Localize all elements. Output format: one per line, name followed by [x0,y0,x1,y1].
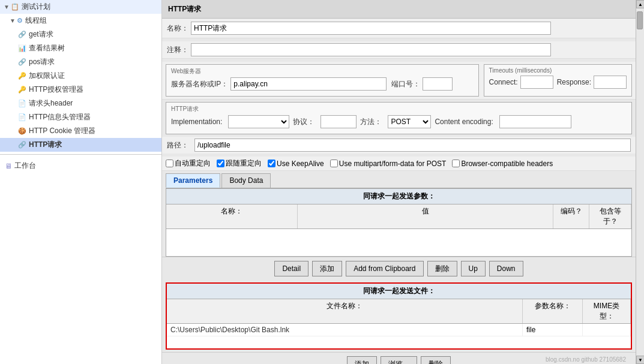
sidebar-item-label: 测试计划 [22,2,50,12]
sidebar: ▼ 📋 测试计划 ▼ ⚙ 线程组 🔗 get请求 📊 查看结果树 🔗 pos请求… [0,0,162,364]
delete-button[interactable]: 删除 [427,261,457,276]
files-col-paramname: 参数名称： [523,299,583,323]
scroll-up-button[interactable]: ▲ [636,0,644,8]
browser-headers-checkbox[interactable]: Browser-compatible headers [452,160,553,168]
sidebar-item-http-cookie[interactable]: 🍪 HTTP Cookie 管理器 [0,124,161,138]
keep-alive-checkbox[interactable]: Use KeepAlive [268,160,324,168]
sidebar-item-test-plan[interactable]: ▼ 📋 测试计划 [0,0,161,14]
sidebar-item-http-headers[interactable]: 📄 HTTP信息头管理器 [0,110,161,124]
comment-input[interactable] [191,43,551,56]
file-add-button[interactable]: 添加 [347,356,377,364]
keep-alive-label: Use KeepAlive [277,160,324,168]
sidebar-item-workbench[interactable]: 🖥 工作台 [0,157,161,175]
method-label: 方法： [360,117,382,127]
sidebar-item-label: 查看结果树 [29,43,65,53]
key-icon: 🔑 [18,72,26,80]
sidebar-item-label: HTTP请求 [29,140,62,150]
params-col-name: 名称： [166,204,298,228]
encoding-label: Content encoding: [435,118,493,126]
item-icon: 🔗 [18,31,26,38]
main-content: HTTP请求 名称： 注释： Web服务器 服务器名称或IP： 端口号： [162,0,636,364]
name-label: 名称： [167,23,188,34]
folder-icon: 📋 [11,3,19,11]
sidebar-item-label: 线程组 [25,16,47,26]
files-body: C:\Users\Public\Desktop\Git Bash.lnk fil… [167,324,631,348]
main-wrapper: HTTP请求 名称： 注释： Web服务器 服务器名称或IP： 端口号： [162,0,644,364]
sidebar-item-auth-manager[interactable]: 🔑 加权限认证 [0,69,161,83]
multipart-checkbox[interactable]: Use multipart/form-data for POST [330,160,447,168]
files-table-outer: 同请求一起发送文件： 文件名称： 参数名称： MIME类型： C:\Users\… [166,282,632,350]
files-col-filename: 文件名称： [167,299,523,323]
params-col-include: 包含等于？ [589,204,631,228]
port-input[interactable] [423,77,453,91]
up-button[interactable]: Up [461,261,486,276]
sidebar-item-request-headers[interactable]: 📄 请求头header [0,97,161,110]
name-input[interactable] [191,22,551,35]
browser-headers-input[interactable] [452,160,460,167]
watermark: blog.csdn.no github 27105682 [546,356,626,363]
right-scrollbar[interactable]: ▲ ▼ [636,0,644,364]
scroll-down-button[interactable]: ▼ [636,356,644,364]
web-server-title: Web服务器 [171,67,474,76]
http-section-title: HTTP请求 [171,105,627,113]
headers-icon: 📄 [18,100,26,107]
auto-redirect-input[interactable] [166,160,173,167]
sidebar-item-thread-group[interactable]: ▼ ⚙ 线程组 [0,14,161,28]
sidebar-item-label: HTTP信息头管理器 [29,112,91,122]
sidebar-item-label: HTTP Cookie 管理器 [29,126,95,136]
protocol-input[interactable] [320,115,357,128]
file-browse-button[interactable]: 浏览... [381,356,417,364]
implementation-select[interactable] [229,116,289,128]
auth-icon: 🔑 [18,86,26,94]
sidebar-item-http-request[interactable]: 🔗 HTTP请求 [0,138,161,152]
workbench-icon: 🖥 [5,162,12,170]
add-from-clipboard-button[interactable]: Add from Clipboard [346,261,423,276]
sidebar-item-label: HTTP授权管理器 [29,85,83,95]
follow-redirect-checkbox[interactable]: 跟随重定向 [217,158,262,169]
sidebar-item-pos-request[interactable]: 🔗 pos请求 [0,55,161,69]
method-select[interactable]: POST GET [388,116,430,128]
response-label: Response: [557,78,591,86]
file-delete-button[interactable]: 删除 [421,356,451,364]
files-empty-row [167,336,631,348]
chart-icon: 📊 [18,44,26,52]
scroll-track[interactable] [636,8,644,356]
sidebar-item-get-request[interactable]: 🔗 get请求 [0,28,161,41]
item-icon: 🔗 [18,58,26,66]
tabs-bar: Parameters Body Data [166,173,632,188]
server-label: 服务器名称或IP： [171,79,228,89]
auto-redirect-label: 自动重定向 [175,158,211,169]
follow-redirect-input[interactable] [217,160,224,167]
tab-body-data[interactable]: Body Data [221,173,271,188]
follow-redirect-label: 跟随重定向 [226,158,262,169]
encoding-input[interactable] [499,115,571,128]
files-cell-paramname: file [523,324,583,336]
keep-alive-input[interactable] [268,160,275,167]
connect-input[interactable] [520,76,553,89]
files-row: C:\Users\Public\Desktop\Git Bash.lnk fil… [167,324,631,336]
browser-headers-label: Browser-compatible headers [461,160,553,168]
add-button[interactable]: 添加 [312,261,342,276]
scroll-thumb[interactable] [637,11,643,29]
comment-label: 注释： [167,45,188,55]
sidebar-item-label: get请求 [29,29,53,40]
down-button[interactable]: Down [489,261,523,276]
tab-parameters[interactable]: Parameters [166,173,220,188]
detail-button[interactable]: Detail [274,261,308,276]
expander-icon: ▼ [4,4,10,10]
files-cell-filename: C:\Users\Public\Desktop\Git Bash.lnk [167,324,523,336]
params-columns: 名称： 值 编码？ 包含等于？ [166,204,631,229]
workbench-label: 工作台 [14,161,36,171]
multipart-label: Use multipart/form-data for POST [339,160,447,168]
parameters-table: 同请求一起发送参数： 名称： 值 编码？ 包含等于？ [166,188,632,257]
path-input[interactable] [194,139,631,152]
sidebar-item-http-auth[interactable]: 🔑 HTTP授权管理器 [0,83,161,97]
sidebar-item-label: pos请求 [29,57,55,67]
auto-redirect-checkbox[interactable]: 自动重定向 [166,158,211,169]
multipart-input[interactable] [330,160,338,167]
sidebar-item-view-results[interactable]: 📊 查看结果树 [0,41,161,55]
sidebar-item-label: 请求头header [29,98,73,109]
response-input[interactable] [594,76,627,89]
files-columns: 文件名称： 参数名称： MIME类型： [167,299,631,324]
server-input[interactable] [230,77,387,91]
